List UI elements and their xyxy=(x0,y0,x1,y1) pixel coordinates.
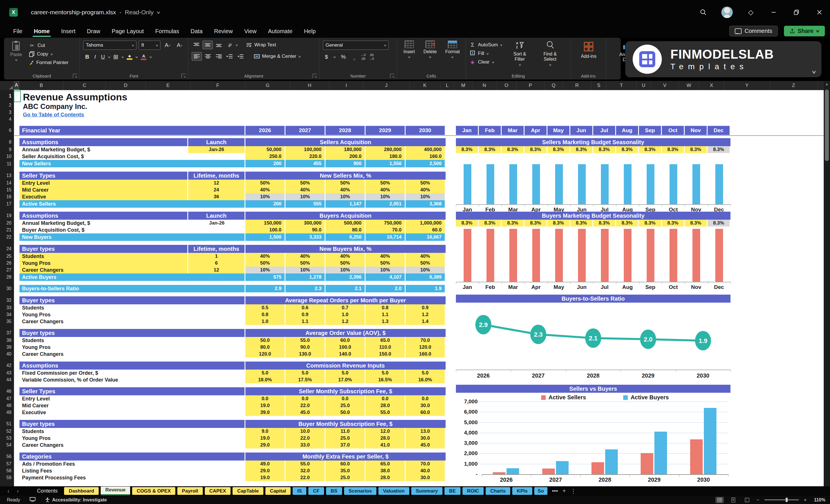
column-header-X[interactable]: X xyxy=(699,81,724,90)
year-header-2029[interactable]: 2029 xyxy=(365,126,406,135)
cell-value[interactable]: 180.0 xyxy=(365,153,406,160)
total-row-value[interactable]: 10,714 xyxy=(365,233,406,241)
row-header-9[interactable]: 9 xyxy=(9,147,11,152)
cell-value[interactable]: 100,000 xyxy=(285,146,325,153)
cell-value[interactable]: 30.0 xyxy=(406,435,446,442)
font-color-chevron-icon[interactable]: ∨ xyxy=(149,56,153,59)
close-button[interactable] xyxy=(815,7,824,17)
cell-value[interactable]: 10% xyxy=(246,266,285,274)
cell-value[interactable]: 70.0 xyxy=(365,226,406,233)
cell-row-label[interactable]: Executive xyxy=(20,409,246,416)
cell-value[interactable]: 140.0 xyxy=(325,351,365,357)
cell-value[interactable]: 120.0 xyxy=(246,351,285,357)
cell-value[interactable]: 1.1 xyxy=(285,318,325,325)
sheet-tab-dashboard[interactable]: Dashboard xyxy=(64,487,99,495)
decrease-decimal-button[interactable]: .00→0 xyxy=(369,53,374,60)
sheet-tab-be[interactable]: BE xyxy=(444,487,460,495)
cell-value[interactable]: 150,000 xyxy=(246,220,285,226)
align-center-button[interactable] xyxy=(203,52,213,60)
row-header-39[interactable]: 39 xyxy=(6,345,11,350)
section-header-right[interactable]: Buyer Monthly Subscription Fee, $ xyxy=(246,420,446,428)
row-header-53[interactable]: 53 xyxy=(6,436,11,441)
sellers-seasonality-pct[interactable]: 8.3% xyxy=(662,146,685,153)
cell-value[interactable]: 28.0 xyxy=(365,474,406,481)
cell-value[interactable]: 500,000 xyxy=(325,220,365,226)
row-header-27[interactable]: 27 xyxy=(6,267,11,273)
cell-value[interactable]: 1.4 xyxy=(406,318,446,325)
zoom-in-button[interactable]: + xyxy=(804,497,806,503)
section-header-left[interactable]: Assumptions xyxy=(20,138,188,146)
cell-value[interactable]: 16.0% xyxy=(406,376,446,383)
minimize-button[interactable] xyxy=(769,7,778,17)
zoom-slider-thumb[interactable] xyxy=(786,498,788,502)
font-family-select[interactable]: Tahoma∨ xyxy=(83,41,136,50)
italic-button[interactable]: I xyxy=(92,53,98,61)
share-button[interactable]: Share ∨ xyxy=(784,26,825,36)
sellers-seasonality-pct[interactable]: 8.3% xyxy=(708,146,731,153)
section-header-right[interactable]: Average Order Value (AOV), $ xyxy=(246,329,446,337)
section-header-left[interactable]: Categories xyxy=(20,452,246,461)
cell-value[interactable]: 5.0 xyxy=(246,370,285,376)
fill-color-chevron-icon[interactable]: ∨ xyxy=(135,56,138,59)
sellers-seasonality-pct[interactable]: 8.3% xyxy=(456,146,479,153)
cell-value[interactable]: 110.0 xyxy=(365,344,406,351)
delete-cells-button[interactable]: ✕ Delete∨ xyxy=(421,41,440,59)
row-header-8[interactable]: 8 xyxy=(9,139,11,145)
total-row-label[interactable]: Buyers-to-Sellers Ratio xyxy=(20,285,246,292)
zoom-out-button[interactable]: − xyxy=(757,497,759,503)
cell-value[interactable]: 29.0 xyxy=(246,442,285,448)
cell-mid-value[interactable]: Jan-26 xyxy=(188,220,246,226)
cell-value[interactable]: 1.3 xyxy=(365,318,406,325)
cell-row-label[interactable]: Students xyxy=(20,337,246,344)
row-header-37[interactable]: 37 xyxy=(6,330,11,336)
total-row-label[interactable]: New Buyers xyxy=(20,233,246,241)
year-header-2028[interactable]: 2028 xyxy=(325,126,365,135)
cell-value[interactable]: 10% xyxy=(285,193,325,200)
ribbon-tab-file[interactable]: File xyxy=(8,26,28,36)
cell-value[interactable]: 1.0 xyxy=(246,318,285,325)
column-header-U[interactable]: U xyxy=(637,81,651,90)
cell-value[interactable]: 180,000 xyxy=(325,146,365,153)
cell-value[interactable]: 750,000 xyxy=(365,220,406,226)
cell-value[interactable]: 60.0 xyxy=(406,226,446,233)
cut-button[interactable]: ✂Cut xyxy=(29,41,68,50)
cell-value[interactable]: 10% xyxy=(406,266,446,274)
cell-row-label[interactable]: Seller Acquisition Cost, $ xyxy=(20,153,188,160)
total-row-label[interactable]: Active Buyers xyxy=(20,274,246,281)
cell-value[interactable]: 49.0 xyxy=(246,461,285,467)
clear-button[interactable]: ◈Clear∨ xyxy=(469,58,502,66)
cell-value[interactable]: 10% xyxy=(406,193,446,200)
row-header-49[interactable]: 49 xyxy=(6,410,11,415)
row-header-48[interactable]: 48 xyxy=(6,403,11,408)
total-row-value[interactable]: 1,500 xyxy=(246,233,285,241)
font-size-select[interactable]: 8∨ xyxy=(139,41,160,50)
cell-value[interactable]: 22.0 xyxy=(285,402,325,409)
cell-value[interactable]: 30.0 xyxy=(406,402,446,409)
cell-value[interactable]: 60.0 xyxy=(325,337,365,344)
alignment-dialog-launcher[interactable]: ↘ xyxy=(313,74,317,78)
normal-view-button[interactable] xyxy=(715,497,724,503)
cell-value[interactable]: 50% xyxy=(285,260,325,266)
cell-value[interactable]: 40% xyxy=(365,187,406,193)
column-header-W[interactable]: W xyxy=(679,81,699,90)
row-header-20[interactable]: 20 xyxy=(6,221,11,226)
row-header-26[interactable]: 26 xyxy=(6,260,11,266)
sheet-tab-roic[interactable]: ROIC xyxy=(462,487,484,495)
sellers-seasonality-pct[interactable]: 8.3% xyxy=(524,146,547,153)
sheet-tab-scenarios[interactable]: Scenarios xyxy=(344,487,376,495)
section-header-right[interactable]: Sellers Acquisition xyxy=(246,138,446,146)
cell-value[interactable]: 0.0 xyxy=(325,395,365,402)
total-row-value[interactable]: 555 xyxy=(285,200,325,208)
row-header-6[interactable]: 6 xyxy=(9,128,11,133)
cell-value[interactable]: 1.2 xyxy=(325,318,365,325)
row-header-4[interactable]: 4 xyxy=(9,117,11,122)
total-row-value[interactable]: 3,368 xyxy=(406,200,446,208)
month-header-Nov[interactable]: Nov xyxy=(685,126,708,135)
cell-value[interactable]: 160.0 xyxy=(406,153,446,160)
sheet-tab-captable[interactable]: CapTable xyxy=(232,487,263,495)
cell-value[interactable]: 200.0 xyxy=(325,153,365,160)
total-row-value[interactable]: 1,278 xyxy=(285,274,325,281)
currency-chevron-icon[interactable]: ∨ xyxy=(333,56,336,59)
search-icon[interactable] xyxy=(698,7,708,17)
cell-value[interactable]: 19.0 xyxy=(246,435,285,442)
